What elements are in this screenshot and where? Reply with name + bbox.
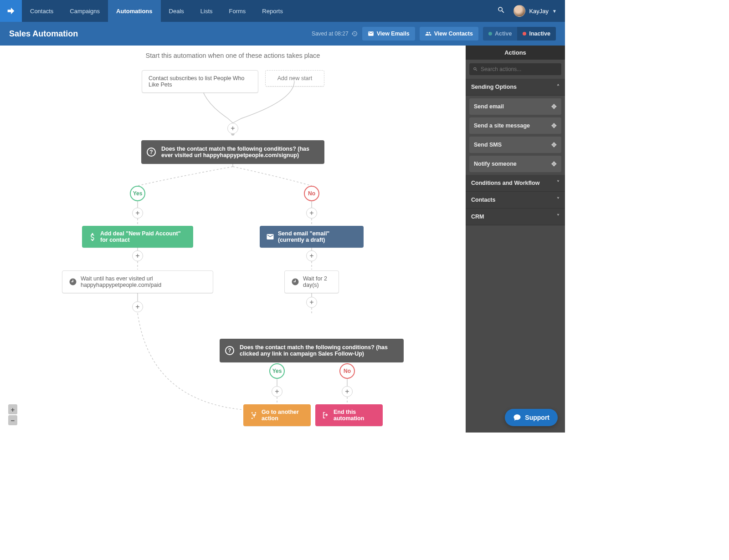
mail-icon [266,233,274,241]
inactive-toggle[interactable]: Inactive [517,27,556,41]
action-site-message[interactable]: Send a site message✥ [469,117,561,134]
view-emails-button[interactable]: View Emails [362,27,415,41]
nav-contacts[interactable]: Contacts [22,0,62,22]
branch-no-2[interactable]: No [339,363,355,379]
action-notify[interactable]: Notify someone✥ [469,156,561,172]
section-conditions[interactable]: Conditions and Workflow˅ [466,175,565,192]
panel-title: Actions [466,46,565,60]
move-icon: ✥ [551,103,557,110]
status-toggle: Active Inactive [483,27,556,41]
support-button[interactable]: Support [505,409,558,426]
wait-days-node[interactable]: Wait for 2 day(s) [284,270,339,293]
goto-action-node[interactable]: Go to another action [243,404,311,426]
chat-icon [513,413,521,422]
active-toggle[interactable]: Active [483,27,518,41]
automation-intro-text: Start this automation when one of these … [0,52,466,59]
branch-no-1[interactable]: No [304,186,319,201]
send-email-node[interactable]: Send email "email" (currently a draft) [260,226,364,248]
user-menu[interactable]: KayJay ▼ [513,5,557,17]
add-step-button[interactable]: + [132,301,143,312]
nav-forms[interactable]: Forms [221,0,254,22]
chevron-down-icon: ˅ [557,197,560,203]
panel-search[interactable] [469,63,561,75]
add-step-button[interactable]: + [342,386,353,397]
chevron-up-icon: ˄ [557,84,560,90]
add-step-button[interactable]: + [272,386,282,397]
question-icon: ? [147,148,156,157]
move-icon: ✥ [551,141,557,148]
branch-yes-2[interactable]: Yes [269,363,285,379]
condition-node-1[interactable]: ? Does the contact match the following c… [141,140,324,164]
add-step-button[interactable]: + [306,250,317,261]
page-title: Sales Automation [9,29,78,39]
top-nav: Contacts Campaigns Automations Deals Lis… [0,0,565,22]
move-icon: ✥ [551,160,557,168]
mail-icon [368,31,374,37]
action-send-email[interactable]: Send email✥ [469,98,561,115]
add-step-button[interactable]: + [306,297,317,308]
nav-reports[interactable]: Reports [254,0,291,22]
condition-node-2[interactable]: ? Does the contact match the following c… [220,339,404,362]
panel-search-input[interactable] [481,66,558,72]
add-deal-node[interactable]: Add deal "New Paid Account" for contact [82,226,193,248]
move-icon: ✥ [551,122,557,129]
chevron-down-icon: ˅ [557,180,560,186]
add-new-start[interactable]: Add new start [265,70,324,87]
people-icon [425,31,431,37]
avatar [513,5,525,17]
add-step-button[interactable]: + [227,123,238,134]
history-icon [351,31,358,37]
chevron-down-icon: ˅ [557,214,560,220]
connector-layer [0,46,466,433]
nav-campaigns[interactable]: Campaigns [62,0,108,22]
question-icon: ? [225,346,234,355]
trigger-start[interactable]: Contact subscribes to list People Who Li… [142,70,258,93]
dollar-icon [88,233,97,241]
user-name: KayJay [529,8,549,15]
clock-icon [291,278,299,286]
view-contacts-button[interactable]: View Contacts [420,27,478,41]
action-send-sms[interactable]: Send SMS✥ [469,137,561,153]
add-step-button[interactable]: + [132,250,143,261]
app-logo[interactable] [0,0,22,22]
zoom-in-button[interactable]: + [8,404,17,414]
actions-panel: Actions Sending Options˄ Send email✥ Sen… [466,46,565,433]
section-crm[interactable]: CRM˅ [466,209,565,225]
exit-icon [322,411,330,419]
nav-items: Contacts Campaigns Automations Deals Lis… [22,0,291,22]
search-icon [473,66,478,72]
section-contacts[interactable]: Contacts˅ [466,192,565,209]
branch-icon [250,411,258,419]
search-icon[interactable] [497,6,505,16]
add-step-button[interactable]: + [132,208,143,219]
nav-automations[interactable]: Automations [108,0,160,22]
section-sending[interactable]: Sending Options˄ [466,79,565,96]
clock-icon [69,278,77,286]
nav-lists[interactable]: Lists [192,0,221,22]
nav-deals[interactable]: Deals [161,0,192,22]
add-step-button[interactable]: + [306,208,317,219]
chevron-down-icon: ▼ [552,9,557,14]
zoom-controls: + − [8,404,17,426]
branch-yes-1[interactable]: Yes [130,186,145,201]
end-automation-node[interactable]: End this automation [315,404,383,426]
wait-url-node[interactable]: Wait until has ever visited url happyhap… [62,270,213,293]
zoom-out-button[interactable]: − [8,415,17,425]
saved-status: Saved at 08:27 [312,31,358,37]
automation-canvas[interactable]: Start this automation when one of these … [0,46,466,433]
sub-header: Sales Automation Saved at 08:27 View Ema… [0,22,565,46]
